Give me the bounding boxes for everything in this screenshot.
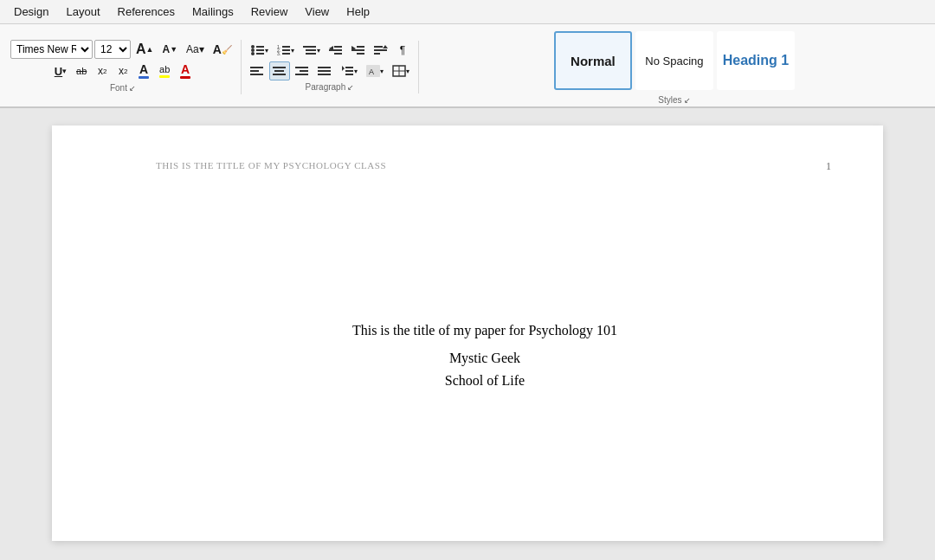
sort-button[interactable] xyxy=(371,41,391,60)
menu-help[interactable]: Help xyxy=(339,3,377,20)
align-left-button[interactable] xyxy=(247,61,268,80)
align-center-button[interactable] xyxy=(269,61,290,80)
styles-label-text: Styles xyxy=(658,95,681,105)
svg-rect-18 xyxy=(334,53,342,55)
style-heading1-box[interactable]: Heading 1 xyxy=(717,31,795,90)
styles-section: Normal No Spacing Heading 1 xyxy=(549,28,800,93)
para-row2: ▾ A ▾ ▾ xyxy=(247,61,413,80)
style-nospacing-box[interactable]: No Spacing xyxy=(635,31,713,90)
menu-design[interactable]: Design xyxy=(7,3,55,20)
grow-font-button[interactable]: A▲ xyxy=(132,40,157,59)
svg-rect-31 xyxy=(274,70,284,72)
font-row2: U▾ ab x2 x2 A ab A xyxy=(51,61,195,81)
svg-rect-17 xyxy=(329,49,342,51)
styles-expand-icon[interactable]: ↙ xyxy=(684,96,691,105)
menu-review[interactable]: Review xyxy=(244,3,295,20)
font-color-button[interactable]: A xyxy=(176,61,195,81)
svg-rect-33 xyxy=(295,67,308,68)
svg-point-0 xyxy=(251,45,255,48)
svg-rect-3 xyxy=(256,49,264,51)
font-color-a-button[interactable]: A xyxy=(134,61,153,81)
justify-button[interactable] xyxy=(314,61,335,80)
align-right-button[interactable] xyxy=(292,61,313,80)
font-group-label: Font ↙ xyxy=(10,83,235,93)
style-normal-preview: Normal xyxy=(571,54,616,68)
svg-rect-1 xyxy=(256,46,264,48)
svg-rect-42 xyxy=(345,74,353,75)
svg-rect-23 xyxy=(374,46,383,48)
strikethrough-button[interactable]: ab xyxy=(72,61,91,80)
document-page[interactable]: THIS IS THE TITLE OF MY PSYCHOLOGY CLASS… xyxy=(52,126,883,541)
font-group: Times New Roman Arial Calibri 12 10 11 1… xyxy=(5,40,242,94)
borders-button[interactable]: ▾ xyxy=(389,61,413,80)
ribbon-row: Times New Roman Arial Calibri 12 10 11 1… xyxy=(5,28,930,106)
svg-marker-26 xyxy=(383,45,388,48)
font-label-text: Font xyxy=(110,83,127,93)
svg-rect-22 xyxy=(357,53,364,55)
svg-rect-13 xyxy=(306,49,316,51)
menu-bar: Design Layout References Mailings Review… xyxy=(0,0,935,24)
svg-rect-20 xyxy=(357,46,364,48)
style-nospacing-preview: No Spacing xyxy=(645,55,703,68)
document-school: School of Life xyxy=(445,373,525,389)
decrease-indent-button[interactable] xyxy=(326,41,346,60)
style-heading1-preview: Heading 1 xyxy=(723,53,789,68)
font-expand-icon[interactable]: ↙ xyxy=(129,84,136,93)
menu-view[interactable]: View xyxy=(298,3,336,20)
page-number: 1 xyxy=(826,160,831,173)
menu-layout[interactable]: Layout xyxy=(59,3,106,20)
svg-rect-29 xyxy=(250,74,263,75)
svg-rect-28 xyxy=(250,70,259,72)
line-spacing-button[interactable]: ▾ xyxy=(337,61,361,80)
svg-text:A: A xyxy=(369,68,374,76)
svg-rect-7 xyxy=(282,46,290,48)
underline-button[interactable]: U▾ xyxy=(51,61,70,80)
svg-rect-41 xyxy=(345,70,353,72)
menu-references[interactable]: References xyxy=(111,3,182,20)
multilevel-button[interactable]: ▾ xyxy=(300,41,324,60)
svg-rect-12 xyxy=(303,46,316,48)
svg-rect-32 xyxy=(273,74,286,75)
document-area: THIS IS THE TITLE OF MY PSYCHOLOGY CLASS… xyxy=(0,108,935,560)
svg-rect-27 xyxy=(250,67,263,68)
superscript-button[interactable]: x2 xyxy=(113,61,132,80)
document-title: This is the title of my paper for Psycho… xyxy=(352,323,617,338)
font-family-select[interactable]: Times New Roman Arial Calibri xyxy=(10,40,93,59)
svg-rect-34 xyxy=(300,70,308,72)
styles-group-label: Styles ↙ xyxy=(424,95,925,105)
menu-mailings[interactable]: Mailings xyxy=(185,3,241,20)
svg-rect-40 xyxy=(345,67,353,68)
svg-point-2 xyxy=(251,48,255,52)
increase-indent-button[interactable] xyxy=(348,41,369,60)
font-size-select[interactable]: 12 10 11 14 16 xyxy=(94,40,131,59)
subscript-button[interactable]: x2 xyxy=(93,61,112,80)
font-row1: Times New Roman Arial Calibri 12 10 11 1… xyxy=(10,40,235,59)
ribbon: Times New Roman Arial Calibri 12 10 11 1… xyxy=(0,24,935,108)
paragraph-label-text: Paragraph xyxy=(306,82,346,92)
svg-point-4 xyxy=(251,52,255,55)
svg-marker-39 xyxy=(342,66,345,71)
show-hide-button[interactable]: ¶ xyxy=(393,41,412,60)
svg-rect-9 xyxy=(282,49,290,51)
paragraph-group: ▾ 1.2.3. ▾ ▾ ¶ xyxy=(242,41,419,93)
highlight-color-button[interactable]: ab xyxy=(155,61,174,81)
svg-rect-35 xyxy=(295,74,308,75)
paragraph-expand-icon[interactable]: ↙ xyxy=(347,83,354,92)
svg-rect-11 xyxy=(282,53,290,55)
numbering-button[interactable]: 1.2.3. ▾ xyxy=(274,41,298,60)
para-row1: ▾ 1.2.3. ▾ ▾ ¶ xyxy=(248,41,412,60)
svg-rect-24 xyxy=(374,49,387,51)
paragraph-group-label: Paragraph ↙ xyxy=(247,82,413,92)
shrink-font-button[interactable]: A▼ xyxy=(158,40,181,59)
shading-button[interactable]: A ▾ xyxy=(363,61,387,80)
svg-rect-5 xyxy=(256,53,264,55)
change-case-button[interactable]: Aa▾ xyxy=(183,40,208,59)
svg-rect-36 xyxy=(318,67,331,68)
bullets-button[interactable]: ▾ xyxy=(248,41,272,60)
svg-rect-21 xyxy=(351,49,364,51)
styles-group: Normal No Spacing Heading 1 Styles ↙ xyxy=(419,28,930,106)
clear-format-button[interactable]: A🧹 xyxy=(210,40,235,59)
document-body: This is the title of my paper for Psycho… xyxy=(156,205,814,506)
style-normal-box[interactable]: Normal xyxy=(554,31,632,90)
svg-rect-37 xyxy=(318,70,331,72)
